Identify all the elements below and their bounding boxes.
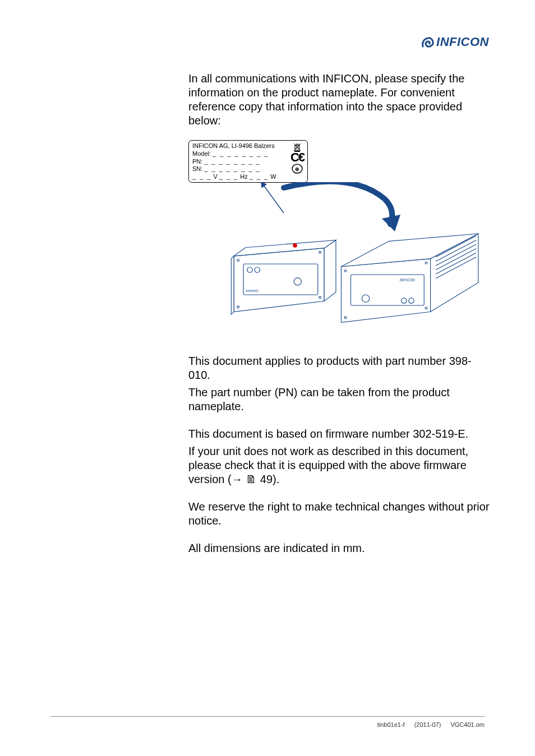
nameplate-w-label: W (270, 173, 276, 181)
body-firmware-check-a: If your unit does not work as described … (188, 445, 468, 485)
svg-point-21 (247, 267, 252, 272)
nameplate-model-blank: _ _ _ _ _ _ _ _ (213, 150, 269, 158)
svg-point-34 (344, 270, 347, 272)
cert-marks: C€ ⊕ (290, 143, 304, 174)
nameplate-w-blank: _ _ _ (250, 173, 269, 181)
body-firmware-check-ref: 49). (257, 473, 279, 485)
svg-point-36 (425, 262, 427, 264)
page-ref-icon: 🗎 (246, 473, 257, 485)
nameplate-pn-label: PN: (192, 158, 202, 166)
svg-point-35 (344, 317, 347, 319)
svg-point-19 (319, 296, 321, 299)
body-firmware: This document is based on firmware numbe… (188, 427, 491, 441)
svg-point-22 (255, 267, 260, 272)
main-content: In all communications with INFICON, plea… (188, 72, 491, 569)
svg-text:⊕: ⊕ (295, 166, 299, 172)
svg-point-15 (293, 243, 297, 248)
ce-mark-icon: C€ (290, 152, 304, 163)
nameplate-illustration: INFICON AG, LI-9496 Balzers Model: _ _ _… (188, 140, 486, 319)
device-illustration-icon: xxxxxx IN (205, 224, 486, 325)
nameplate-sn-blank: _ _ _ _ _ _ _ _ (204, 165, 260, 173)
nameplate-box: INFICON AG, LI-9496 Balzers Model: _ _ _… (188, 140, 308, 183)
body-dimensions: All dimensions are indicated in mm. (188, 541, 491, 555)
inficon-swirl-icon (421, 35, 435, 49)
brand-name: INFICON (436, 35, 489, 49)
svg-point-37 (425, 307, 427, 309)
arrow-icon: → (232, 473, 243, 485)
nameplate-v-label: V (213, 173, 217, 181)
body-tech-changes: We reserve the right to make technical c… (188, 500, 491, 528)
body-firmware-check: If your unit does not work as described … (188, 444, 491, 486)
nameplate-company: INFICON AG, LI-9496 Balzers (192, 142, 275, 150)
nameplate-hz-blank: _ _ _ (219, 173, 238, 181)
svg-point-18 (319, 251, 321, 253)
nameplate-sn-label: SN: (192, 165, 202, 173)
body-pn-location: The part number (PN) can be taken from t… (188, 386, 491, 414)
brand-logo: INFICON (421, 35, 489, 49)
footer-date: (2011-07) (414, 721, 441, 728)
svg-point-16 (237, 259, 239, 262)
body-part-number: This document applies to products with p… (188, 354, 491, 382)
svg-point-40 (401, 298, 406, 303)
svg-point-39 (362, 295, 369, 302)
nameplate-pn-blank: _ _ _ _ _ _ _ _ (204, 158, 260, 166)
svg-point-17 (237, 306, 239, 308)
nameplate-v-blank: _ _ _ (192, 173, 211, 181)
svg-point-41 (409, 298, 414, 303)
nameplate-hz-label: Hz (240, 173, 247, 181)
svg-marker-13 (324, 240, 336, 301)
document-page: INFICON In all communications with INFIC… (0, 0, 535, 756)
footer-om: VGC401.om (450, 721, 485, 728)
nameplate-model-label: Model: (192, 150, 211, 158)
footer-doc: tinb01e1-f (377, 721, 405, 728)
csa-mark-icon: ⊕ (292, 163, 303, 174)
svg-text:INFICON: INFICON (400, 278, 415, 282)
intro-text: In all communications with INFICON, plea… (188, 72, 491, 128)
svg-point-23 (294, 278, 301, 285)
page-footer: tinb01e1-f (2011-07) VGC401.om (50, 716, 485, 728)
svg-text:xxxxxx: xxxxxx (245, 288, 259, 293)
svg-marker-12 (231, 256, 234, 314)
